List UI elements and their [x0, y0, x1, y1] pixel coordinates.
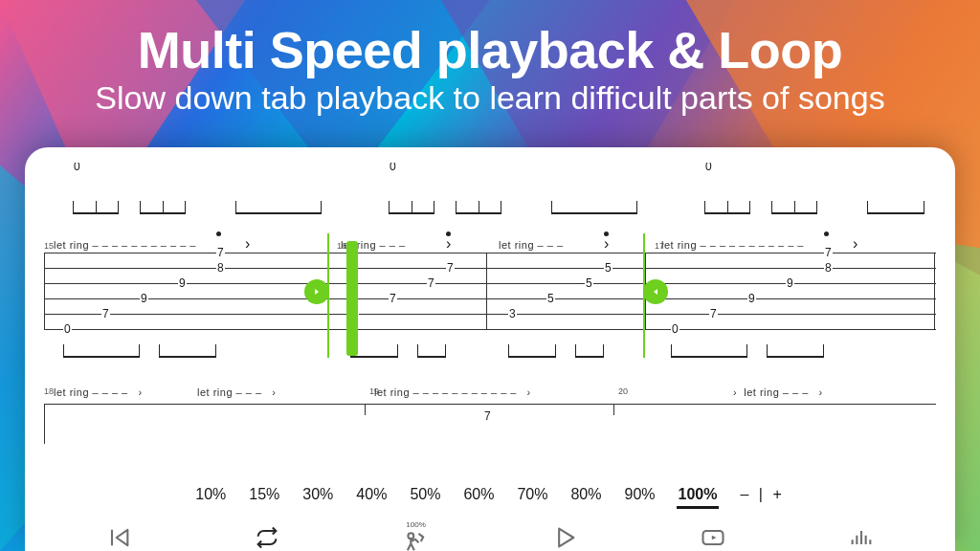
speed-90[interactable]: 90%	[625, 486, 656, 509]
loop-start-handle[interactable]	[304, 279, 329, 304]
equalizer-button[interactable]	[842, 522, 880, 551]
speed-button[interactable]: 100%	[396, 522, 434, 551]
tablet-frame: 0 0 0	[25, 147, 955, 551]
speed-10[interactable]: 10%	[195, 486, 226, 509]
staff-main: 15 let ring – – – – – – – – – – – › 0 7 …	[44, 253, 936, 329]
playback-toolbar: 100%	[44, 515, 936, 551]
speed-70[interactable]: 70%	[517, 486, 547, 509]
staff-lower: 18 let ring – – – – › let ring – – – › 1…	[44, 386, 936, 444]
speed-80[interactable]: 80%	[570, 486, 601, 509]
speed-selector: 10% 15% 30% 40% 50% 60% 70% 80% 90% 100%…	[44, 478, 936, 515]
staff-lines	[44, 253, 936, 329]
headline-title: Multi Speed playback & Loop	[0, 23, 980, 77]
svg-point-0	[409, 533, 414, 539]
speed-15[interactable]: 15%	[249, 486, 279, 509]
play-button[interactable]	[546, 522, 584, 551]
speed-50[interactable]: 50%	[410, 486, 440, 509]
measure-top-fragment: 0 0 0	[44, 163, 936, 214]
headline-subtitle: Slow down tab playback to learn difficul…	[0, 81, 980, 116]
loop-button[interactable]	[248, 522, 286, 551]
video-button[interactable]	[694, 522, 732, 551]
rewind-button[interactable]	[100, 522, 138, 551]
loop-end-handle[interactable]	[643, 279, 668, 304]
playhead[interactable]	[346, 241, 358, 356]
headline: Multi Speed playback & Loop Slow down ta…	[0, 23, 980, 115]
speed-40[interactable]: 40%	[356, 486, 387, 509]
speed-30[interactable]: 30%	[302, 486, 333, 509]
speed-adjust[interactable]: – | +	[740, 486, 784, 509]
tablature-viewport[interactable]: 0 0 0	[44, 163, 936, 478]
speed-60[interactable]: 60%	[463, 486, 494, 509]
speed-100[interactable]: 100%	[679, 486, 718, 509]
